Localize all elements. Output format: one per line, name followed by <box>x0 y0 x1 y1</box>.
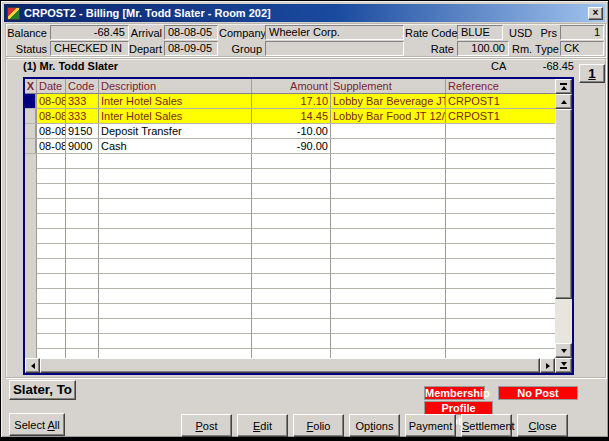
status-label: Status <box>7 42 47 56</box>
cell-code: 9150 <box>65 124 98 138</box>
column-header-x[interactable]: X <box>25 79 36 93</box>
cell-supplement: Lobby Bar Food JT 12/08/08 <box>330 109 445 123</box>
cell-code: 9000 <box>65 139 98 153</box>
cell-date: 08-08 <box>36 139 65 153</box>
horizontal-scrollbar-thumb[interactable] <box>40 358 540 373</box>
profile-notes-badge[interactable]: Profile Notes <box>424 401 493 415</box>
table-row[interactable]: 08-08 9150 Deposit Transfer -10.00 <box>25 124 555 139</box>
horizontal-scrollbar[interactable] <box>25 358 555 373</box>
vertical-scrollbar-track[interactable] <box>555 299 572 343</box>
app-icon <box>7 7 20 20</box>
cell-code: 333 <box>65 109 98 123</box>
group-label: Group <box>219 42 262 56</box>
chevron-down-icon <box>561 349 567 353</box>
record-selector-cell[interactable] <box>25 109 36 123</box>
cell-description: Cash <box>98 139 251 153</box>
column-header-amount[interactable]: Amount <box>251 79 330 93</box>
cell-amount: 17.10 <box>251 94 330 108</box>
cell-amount: 14.45 <box>251 109 330 123</box>
cell-date: 08-08 <box>36 124 65 138</box>
select-all-button[interactable]: Select All <box>9 413 65 436</box>
folio-tab-slater[interactable]: Slater, To <box>9 380 76 400</box>
folio-balance: -68.45 <box>514 60 574 72</box>
group-field[interactable] <box>265 41 404 56</box>
company-label: Company <box>219 26 262 40</box>
chevron-left-icon <box>31 363 35 369</box>
scroll-right-button[interactable] <box>540 358 555 373</box>
guest-name: (1) Mr. Todd Slater <box>23 60 118 72</box>
column-header-supplement[interactable]: Supplement <box>330 79 445 93</box>
balance-label: Balance <box>7 26 47 40</box>
cell-reference <box>445 139 555 153</box>
options-button[interactable]: Options <box>349 414 400 437</box>
rate-code-label: Rate Code <box>405 26 454 40</box>
arrival-field[interactable]: 08-08-05 <box>164 25 218 40</box>
cell-date: 08-08 <box>36 94 65 108</box>
folio-window-1-button[interactable]: 1 <box>579 64 605 83</box>
title-bar[interactable]: CRPOST2 - Billing [Mr. Todd Slater - Roo… <box>4 4 605 22</box>
membership-badge[interactable]: Membership <box>424 386 485 400</box>
rate-label: Rate <box>405 42 454 56</box>
folio-button[interactable]: Folio <box>293 414 344 437</box>
cell-code: 333 <box>65 94 98 108</box>
scroll-to-top-button[interactable] <box>555 79 572 94</box>
table-row[interactable]: 08-08 333 Inter Hotel Sales 14.45 Lobby … <box>25 109 555 124</box>
billing-window: CRPOST2 - Billing [Mr. Todd Slater - Roo… <box>0 0 609 441</box>
cell-supplement <box>330 139 445 153</box>
room-type-label: Rm. Type <box>512 42 557 56</box>
depart-label: Depart <box>126 42 162 56</box>
column-header-code[interactable]: Code <box>65 79 98 93</box>
cell-reference <box>445 124 555 138</box>
cell-date: 08-08 <box>36 109 65 123</box>
record-selector-cell[interactable] <box>25 139 36 153</box>
vertical-scrollbar-thumb[interactable] <box>555 109 572 299</box>
grid-header-row: X Date Code Description Amount Supplemen… <box>25 79 555 94</box>
scrollbar-corner <box>555 358 572 373</box>
cell-description: Deposit Transfer <box>98 124 251 138</box>
close-window-button[interactable]: Close <box>517 414 568 437</box>
scroll-bottom-icon <box>561 362 567 366</box>
cell-reference: CRPOST1 <box>445 109 555 123</box>
chevron-right-icon <box>546 363 550 369</box>
column-header-date[interactable]: Date <box>36 79 65 93</box>
scroll-left-button[interactable] <box>25 358 40 373</box>
table-row[interactable]: 08-08 9000 Cash -90.00 <box>25 139 555 154</box>
edit-button[interactable]: Edit <box>237 414 288 437</box>
column-header-reference[interactable]: Reference <box>445 79 555 93</box>
postings-grid: X Date Code Description Amount Supplemen… <box>23 77 574 375</box>
scroll-up-button[interactable] <box>555 94 572 109</box>
column-header-description[interactable]: Description <box>98 79 251 93</box>
scroll-top-icon <box>560 83 567 85</box>
persons-field[interactable]: 1 <box>560 25 604 40</box>
close-icon: × <box>593 7 599 18</box>
post-button[interactable]: Post <box>181 414 232 437</box>
company-field[interactable]: Wheeler Corp. <box>265 25 404 40</box>
record-selector-cell[interactable] <box>25 94 36 108</box>
payment-type: CA <box>491 60 515 72</box>
cell-amount: -10.00 <box>251 124 330 138</box>
status-field[interactable]: CHECKED IN <box>50 41 129 56</box>
room-type-field[interactable]: CK <box>560 41 604 56</box>
depart-field[interactable]: 08-09-05 <box>164 41 218 56</box>
no-post-badge[interactable]: No Post <box>498 386 578 400</box>
chevron-up-icon <box>561 100 567 104</box>
cell-description: Inter Hotel Sales <box>98 94 251 108</box>
cell-reference: CRPOST1 <box>445 94 555 108</box>
grid-rows: 08-08 333 Inter Hotel Sales 17.10 Lobby … <box>25 94 555 358</box>
balance-field[interactable]: -68.45 <box>50 25 129 40</box>
rate-field[interactable]: 100.00 <box>457 41 509 56</box>
table-row[interactable]: 08-08 333 Inter Hotel Sales 17.10 Lobby … <box>25 94 555 109</box>
payment-button[interactable]: Payment <box>405 414 456 437</box>
settlement-button[interactable]: Settlement <box>461 414 512 437</box>
scroll-to-bottom-button[interactable] <box>555 358 572 373</box>
empty-grid-rows <box>25 154 555 358</box>
scroll-down-button[interactable] <box>555 343 572 358</box>
cell-supplement: Lobby Bar Beverage JT 12/0 <box>330 94 445 108</box>
vertical-scrollbar[interactable] <box>555 79 572 358</box>
rate-code-field[interactable]: BLUE <box>457 25 503 40</box>
window-title: CRPOST2 - Billing [Mr. Todd Slater - Roo… <box>24 7 588 19</box>
close-button[interactable]: × <box>588 7 603 20</box>
currency-label: USD <box>509 26 532 40</box>
record-selector-cell[interactable] <box>25 124 36 138</box>
arrival-label: Arrival <box>126 26 162 40</box>
